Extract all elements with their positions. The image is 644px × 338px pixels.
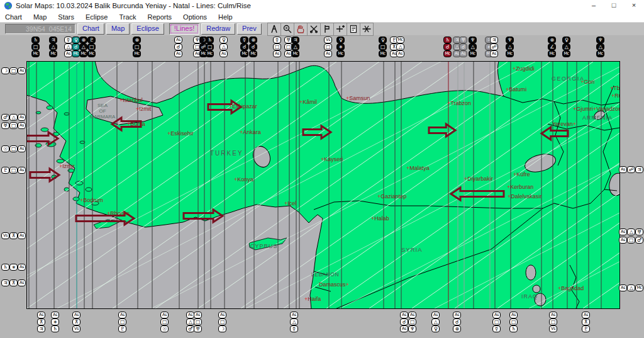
astro-badge: As xyxy=(273,50,281,57)
astro-badge: ☉ xyxy=(1,145,9,152)
divider-icon[interactable] xyxy=(267,23,281,36)
toolbar-button-map[interactable]: Map xyxy=(106,23,130,35)
star-icon[interactable] xyxy=(360,23,374,36)
astro-badge: △ xyxy=(291,43,299,50)
astro-badge: ☿ xyxy=(240,37,248,43)
astro-badge: ☌ xyxy=(174,43,182,50)
astro-badge: ♃ xyxy=(490,37,498,43)
astro-badge: As xyxy=(408,312,416,318)
close-button[interactable]: × xyxy=(624,0,644,11)
astro-badge: ♄ xyxy=(31,37,40,43)
astro-badge: ☌ xyxy=(459,43,467,50)
turkey-map[interactable]: +Istanbul+Izmit+Bursa+Eskisehir+Eskipaza… xyxy=(27,62,619,308)
city-label: +Kerburan xyxy=(507,184,533,190)
astro-badge: ∗ xyxy=(51,318,59,325)
astro-badge: ⊗ xyxy=(249,37,257,43)
astro-badge: ♀ xyxy=(379,37,387,43)
menu-item-help[interactable]: Help xyxy=(213,13,238,21)
astro-badge: As xyxy=(51,312,59,318)
report-icon[interactable] xyxy=(347,23,360,36)
astro-badge: ☌ xyxy=(400,318,408,325)
map-canvas[interactable]: +Istanbul+Izmit+Bursa+Eskisehir+Eskipaza… xyxy=(26,61,620,309)
city-label: +Içel xyxy=(284,200,296,206)
astro-badge: As xyxy=(18,122,26,129)
astro-badge: Mc xyxy=(562,50,570,57)
astro-badge: As xyxy=(18,67,26,74)
minimize-button[interactable]: – xyxy=(584,0,604,11)
astro-badge: ♆ xyxy=(469,37,477,43)
menu-item-track[interactable]: Track xyxy=(113,13,142,21)
astro-badge: ♃ xyxy=(1,279,9,286)
menu-item-stars[interactable]: Stars xyxy=(52,13,80,21)
city-label: Yerevan+ xyxy=(552,121,576,127)
astro-badge: ☽ xyxy=(218,325,226,332)
astro-badge: As xyxy=(396,50,404,57)
astro-badge: ♃ xyxy=(49,37,57,43)
astro-badge: □ xyxy=(31,43,40,50)
astro-badge: ♇ xyxy=(118,325,126,332)
astro-badge: Mc xyxy=(133,50,141,57)
menu-item-reports[interactable]: Reports xyxy=(142,13,178,21)
astro-badge: △ xyxy=(469,43,477,50)
menu-item-map[interactable]: Map xyxy=(28,13,52,21)
astro-badge: ⊼ xyxy=(37,318,45,325)
city-label: +Tbilisi xyxy=(610,85,619,91)
zoom-icon[interactable] xyxy=(280,23,294,36)
astro-badge: ⊼ xyxy=(72,318,80,325)
astro-badge: ☍ xyxy=(627,166,635,173)
astro-badge: Mc xyxy=(469,50,477,57)
astro-badge: □ xyxy=(379,43,387,50)
city-label: +Bodrum xyxy=(80,197,103,203)
toolbar-button-chart[interactable]: Chart xyxy=(77,23,104,35)
astro-badge: As xyxy=(431,312,440,318)
astro-badge: As xyxy=(118,312,126,318)
astro-badge: □ xyxy=(206,43,214,50)
astro-badge: ♆ xyxy=(506,37,514,43)
sea-label: OF xyxy=(99,108,106,114)
region-label: ARMENIA xyxy=(582,115,613,121)
city-label: +Baghdad xyxy=(558,285,584,291)
astro-badge: Mc xyxy=(443,50,452,57)
astro-badge: ♀ xyxy=(562,37,570,43)
astro-badge: Mc xyxy=(396,37,404,43)
toolbar-button-redraw[interactable]: Redraw xyxy=(201,23,235,35)
menu-item-chart[interactable]: Chart xyxy=(0,13,28,21)
astro-badge: ♆ xyxy=(408,325,416,332)
astro-badge: Mc xyxy=(635,284,643,291)
scissors-icon[interactable] xyxy=(307,23,321,36)
astro-badge: ♃ xyxy=(37,325,45,332)
pan-hand-icon[interactable] xyxy=(294,23,308,36)
toolbar-buttons: ChartMapEclipse!Lines!RedrawPrev xyxy=(75,23,262,35)
astro-badge: □ xyxy=(273,43,281,50)
sea-label: SEA xyxy=(97,103,108,108)
astro-badge: As xyxy=(218,312,226,318)
astro-badge: ☉ xyxy=(160,325,169,332)
astro-badge: ⊗ xyxy=(453,325,461,332)
toolbar-button-eclipse[interactable]: Eclipse xyxy=(131,23,164,35)
astro-badge: Vs xyxy=(1,232,9,239)
astro-badge: ☌ xyxy=(249,43,257,50)
city-label: +Istanbul xyxy=(119,97,143,103)
maximize-button[interactable]: □ xyxy=(604,0,624,11)
astro-badge: △ xyxy=(562,43,570,50)
menu-item-options[interactable]: Options xyxy=(177,13,213,21)
city-label: +Trabzon xyxy=(447,100,471,106)
city-label: +Eskisehir xyxy=(167,130,194,137)
astro-badge: Mc xyxy=(506,50,514,57)
menu-item-eclipse[interactable]: Eclipse xyxy=(80,13,113,21)
city-label: +Bursa xyxy=(127,121,145,127)
toolbar-button-prev[interactable]: Prev xyxy=(237,23,262,35)
astro-badge: As xyxy=(619,228,627,235)
city-label: +Kayseri xyxy=(321,156,343,162)
astro-badge: As xyxy=(459,50,467,57)
city-label: +Eskipazar xyxy=(229,103,257,110)
astro-badge: As xyxy=(174,50,182,57)
toolbar-button-lines[interactable]: !Lines! xyxy=(169,23,199,35)
crosshair-icon[interactable] xyxy=(333,23,347,36)
flag-icon[interactable] xyxy=(320,23,334,36)
city-label: +Samsun xyxy=(346,95,370,101)
astro-badge: ☍ xyxy=(490,43,498,50)
solar-maps-window: Solar Maps: 10.03.2024 Balik Burcunda Ye… xyxy=(0,0,644,338)
astro-badge: Mc xyxy=(379,50,387,57)
city-label: +Küfre xyxy=(513,171,530,177)
